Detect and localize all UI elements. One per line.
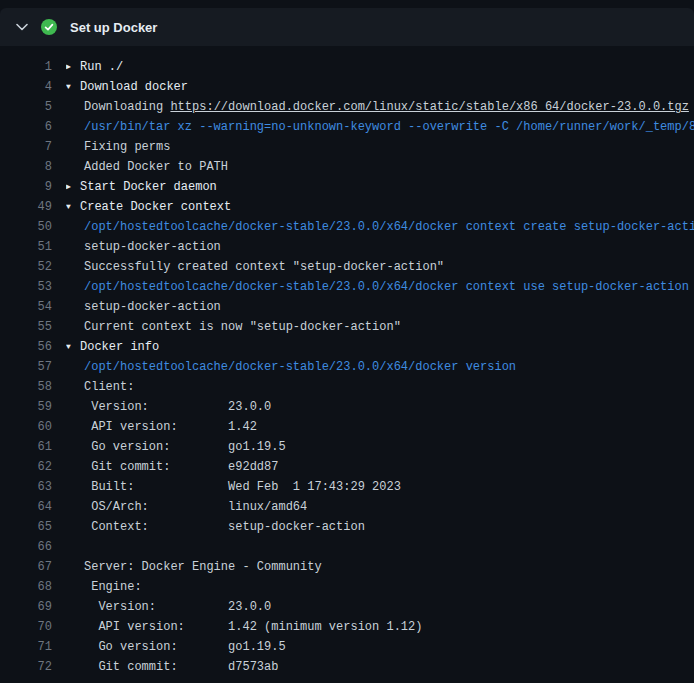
log-command-line: /usr/bin/tar xz --warning=no-unknown-key… bbox=[66, 117, 694, 137]
log-row: 71 Go version: go1.19.5 bbox=[0, 637, 694, 657]
log-text-line: Context: setup-docker-action bbox=[66, 517, 365, 537]
line-number[interactable]: 53 bbox=[0, 277, 52, 297]
triangle-down-icon[interactable]: ▼ bbox=[66, 197, 80, 217]
line-number[interactable]: 55 bbox=[0, 317, 52, 337]
line-number[interactable]: 72 bbox=[0, 657, 52, 677]
log-row: 6/usr/bin/tar xz --warning=no-unknown-ke… bbox=[0, 117, 694, 137]
line-number[interactable]: 64 bbox=[0, 497, 52, 517]
line-number[interactable]: 60 bbox=[0, 417, 52, 437]
log-row: 51setup-docker-action bbox=[0, 237, 694, 257]
step-title: Set up Docker bbox=[70, 20, 157, 35]
line-number[interactable]: 9 bbox=[0, 177, 52, 197]
triangle-right-icon[interactable]: ▶ bbox=[66, 57, 80, 77]
line-number[interactable]: 62 bbox=[0, 457, 52, 477]
log-row: 70 API version: 1.42 (minimum version 1.… bbox=[0, 617, 694, 637]
line-number[interactable]: 65 bbox=[0, 517, 52, 537]
log-text-line: Git commit: d7573ab bbox=[66, 657, 278, 677]
log-row: 66 bbox=[0, 537, 694, 557]
log-text-line: Client: bbox=[66, 377, 134, 397]
log-group-header[interactable]: ▶Start Docker daemon bbox=[66, 177, 217, 197]
log-text-line: Server: Docker Engine - Community bbox=[66, 557, 322, 577]
line-number[interactable]: 54 bbox=[0, 297, 52, 317]
log-text-line: Go version: go1.19.5 bbox=[66, 437, 286, 457]
log-text-line: OS/Arch: linux/amd64 bbox=[66, 497, 307, 517]
log-row: 64 OS/Arch: linux/amd64 bbox=[0, 497, 694, 517]
log-text-line: Go version: go1.19.5 bbox=[66, 637, 286, 657]
log-row: 65 Context: setup-docker-action bbox=[0, 517, 694, 537]
log-text-line: Fixing perms bbox=[66, 137, 170, 157]
triangle-down-icon[interactable]: ▼ bbox=[66, 77, 80, 97]
line-number[interactable]: 50 bbox=[0, 217, 52, 237]
line-number[interactable]: 68 bbox=[0, 577, 52, 597]
log-row: 8Added Docker to PATH bbox=[0, 157, 694, 177]
log-row: 67Server: Docker Engine - Community bbox=[0, 557, 694, 577]
log-row: 5Downloading https://download.docker.com… bbox=[0, 97, 694, 117]
log-text-line: API version: 1.42 bbox=[66, 417, 257, 437]
line-number[interactable]: 8 bbox=[0, 157, 52, 177]
log-text-line: setup-docker-action bbox=[66, 237, 221, 257]
line-number[interactable]: 6 bbox=[0, 117, 52, 137]
line-number[interactable]: 52 bbox=[0, 257, 52, 277]
group-title: Create Docker context bbox=[80, 200, 231, 214]
line-number[interactable]: 5 bbox=[0, 97, 52, 117]
step-header[interactable]: Set up Docker bbox=[0, 8, 694, 46]
log-row: 68 Engine: bbox=[0, 577, 694, 597]
chevron-down-icon[interactable] bbox=[16, 23, 28, 31]
line-number[interactable]: 58 bbox=[0, 377, 52, 397]
line-number[interactable]: 56 bbox=[0, 337, 52, 357]
workflow-log-panel: Set up Docker 1▶Run ./4▼Download docker5… bbox=[0, 0, 694, 683]
triangle-right-icon[interactable]: ▶ bbox=[66, 177, 80, 197]
log-row: 63 Built: Wed Feb 1 17:43:29 2023 bbox=[0, 477, 694, 497]
log-row: 62 Git commit: e92dd87 bbox=[0, 457, 694, 477]
log-row[interactable]: 9▶Start Docker daemon bbox=[0, 177, 694, 197]
success-check-icon bbox=[41, 19, 57, 35]
line-number[interactable]: 63 bbox=[0, 477, 52, 497]
line-number[interactable]: 4 bbox=[0, 77, 52, 97]
line-number[interactable]: 59 bbox=[0, 397, 52, 417]
line-number[interactable]: 7 bbox=[0, 137, 52, 157]
log-row[interactable]: 56▼Docker info bbox=[0, 337, 694, 357]
group-title: Run ./ bbox=[80, 60, 123, 74]
log-group-header[interactable]: ▼Download docker bbox=[66, 77, 188, 97]
line-number[interactable]: 49 bbox=[0, 197, 52, 217]
triangle-down-icon[interactable]: ▼ bbox=[66, 337, 80, 357]
log-row: 53/opt/hostedtoolcache/docker-stable/23.… bbox=[0, 277, 694, 297]
group-title: Start Docker daemon bbox=[80, 180, 217, 194]
line-number[interactable]: 69 bbox=[0, 597, 52, 617]
log-row: 50/opt/hostedtoolcache/docker-stable/23.… bbox=[0, 217, 694, 237]
line-number[interactable]: 57 bbox=[0, 357, 52, 377]
log-text-line: Added Docker to PATH bbox=[66, 157, 228, 177]
line-number[interactable]: 71 bbox=[0, 637, 52, 657]
log-text-line: API version: 1.42 (minimum version 1.12) bbox=[66, 617, 422, 637]
group-title: Docker info bbox=[80, 340, 159, 354]
log-group-header[interactable]: ▶Run ./ bbox=[66, 57, 123, 77]
download-url-link[interactable]: https://download.docker.com/linux/static… bbox=[170, 100, 688, 114]
log-text-line: Version: 23.0.0 bbox=[66, 397, 271, 417]
log-text-line: Engine: bbox=[66, 577, 142, 597]
line-number[interactable]: 1 bbox=[0, 57, 52, 77]
log-command-line: /opt/hostedtoolcache/docker-stable/23.0.… bbox=[66, 277, 689, 297]
log-row: 7Fixing perms bbox=[0, 137, 694, 157]
line-number[interactable]: 67 bbox=[0, 557, 52, 577]
line-number[interactable]: 51 bbox=[0, 237, 52, 257]
line-number[interactable]: 61 bbox=[0, 437, 52, 457]
log-text-line: Downloading https://download.docker.com/… bbox=[66, 97, 689, 117]
group-title: Download docker bbox=[80, 80, 188, 94]
log-row: 61 Go version: go1.19.5 bbox=[0, 437, 694, 457]
log-row[interactable]: 4▼Download docker bbox=[0, 77, 694, 97]
log-row[interactable]: 1▶Run ./ bbox=[0, 57, 694, 77]
log-row: 52Successfully created context "setup-do… bbox=[0, 257, 694, 277]
log-row: 58Client: bbox=[0, 377, 694, 397]
log-row: 72 Git commit: d7573ab bbox=[0, 657, 694, 677]
line-number[interactable]: 70 bbox=[0, 617, 52, 637]
log-text-line: setup-docker-action bbox=[66, 297, 221, 317]
log-row[interactable]: 49▼Create Docker context bbox=[0, 197, 694, 217]
log-row: 57/opt/hostedtoolcache/docker-stable/23.… bbox=[0, 357, 694, 377]
log-text-line: Built: Wed Feb 1 17:43:29 2023 bbox=[66, 477, 401, 497]
log-lines: 1▶Run ./4▼Download docker5Downloading ht… bbox=[0, 46, 694, 677]
log-text-line: Current context is now "setup-docker-act… bbox=[66, 317, 401, 337]
log-group-header[interactable]: ▼Docker info bbox=[66, 337, 159, 357]
log-row: 60 API version: 1.42 bbox=[0, 417, 694, 437]
line-number[interactable]: 66 bbox=[0, 537, 52, 557]
log-group-header[interactable]: ▼Create Docker context bbox=[66, 197, 231, 217]
